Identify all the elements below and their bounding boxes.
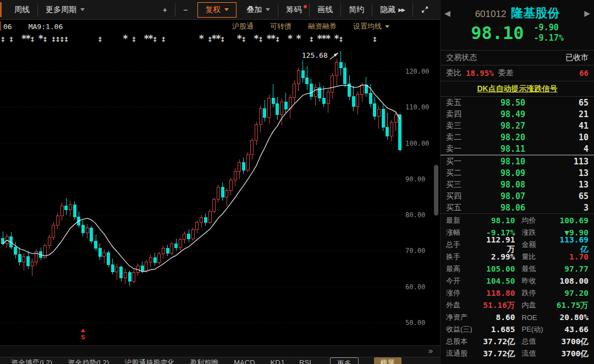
candle-body	[293, 84, 296, 97]
prev-stock-button[interactable]: ◀	[444, 9, 450, 18]
indicator-tab-0[interactable]: 资金博弈(L2)	[11, 357, 52, 364]
candle-body	[179, 240, 182, 248]
kline-canvas[interactable]: 120.00110.00100.0090.0080.0070.0060.0050…	[0, 33, 440, 345]
stat-label: 最新	[446, 216, 479, 225]
scroll-right-button[interactable]: »	[428, 346, 431, 355]
chart-pane: 周线 更多周期 + − 复权 叠加 筹码 画线 简约 隐藏▶▶	[0, 0, 440, 364]
event-marker-icon: ↕	[372, 36, 377, 43]
candle-body	[251, 140, 254, 155]
last-price: 98.10	[471, 23, 524, 43]
market-link-1[interactable]: 可转债	[270, 21, 292, 31]
stat-label: 最低	[522, 264, 553, 274]
chart-scroll-strip[interactable]: »	[0, 345, 440, 357]
candle-body	[314, 87, 317, 96]
candle-body	[327, 92, 329, 104]
candle-body	[166, 248, 169, 253]
overlay-dropdown[interactable]: 叠加	[239, 2, 278, 18]
chevron-down-icon	[385, 25, 389, 28]
stat-row: 外盘51.16万内盘61.75万	[441, 299, 594, 311]
order-qty: 65	[554, 98, 588, 108]
candle-body	[339, 62, 342, 68]
more-indicators-button[interactable]: 更多	[330, 357, 359, 364]
order-qty: 3	[554, 203, 588, 213]
stat-label: 涨跌	[522, 228, 553, 238]
indicator-tab-1[interactable]: 资金趋势(L2)	[68, 357, 109, 364]
order-level-label: 卖四	[446, 109, 471, 119]
fullscreen-button[interactable]	[413, 2, 437, 18]
stat-value: 2.99%	[479, 252, 515, 261]
high-price-annotation: 125.68	[302, 51, 328, 59]
event-marker-icon: ↕	[161, 36, 166, 43]
zoom-in-button[interactable]: +	[155, 2, 175, 18]
stat-value: 43.66	[553, 325, 589, 334]
plus-icon: +	[163, 5, 167, 14]
candle-body	[246, 155, 249, 170]
order-price: 98.08	[471, 180, 554, 190]
indicator-tab-3[interactable]: 盈利前瞻	[190, 357, 218, 364]
chips-button[interactable]: 筹码	[278, 2, 309, 18]
stat-row: 总股本37.72亿总值3700亿	[441, 335, 594, 348]
candle-body	[27, 256, 30, 266]
price-box: 98.10 -9.90 -9.17%	[441, 23, 594, 43]
candle-body	[124, 273, 127, 278]
candle-body	[399, 114, 402, 150]
period-tab-weekly[interactable]: 周线	[7, 2, 37, 18]
draw-line-button[interactable]: 画线	[310, 2, 340, 18]
indicator-tab-6[interactable]: RSI	[299, 357, 311, 364]
stat-row: 总手112.91万金额113.69亿	[441, 239, 594, 251]
sell-order-book: 卖五98.5065卖四98.4921卖三98.2741卖二98.2010卖一98…	[441, 97, 594, 155]
y-axis-label: 120.00	[405, 68, 429, 75]
candle-body	[238, 163, 241, 172]
order-level-label: 卖五	[446, 98, 471, 108]
dk-signal-link[interactable]: DK点自动提示涨跌信号	[477, 84, 557, 94]
candle-body	[116, 267, 118, 272]
order-price: 98.06	[471, 203, 554, 213]
candle-body	[229, 180, 232, 191]
zoom-out-button[interactable]: −	[175, 2, 195, 18]
stat-label: 最高	[446, 264, 479, 274]
market-link-2[interactable]: 融资融券	[308, 21, 337, 31]
buy-order-book: 买一98.10113买二98.0913买三98.0813买四98.0765买五9…	[441, 155, 594, 213]
y-axis-label: 50.00	[405, 319, 425, 327]
indicator-tab-2[interactable]: 沪股通持股变化	[124, 357, 174, 364]
order-level-label: 买四	[446, 191, 471, 201]
candle-body	[221, 187, 224, 197]
landscape-button[interactable]: 横屏	[374, 357, 402, 364]
order-level-label: 买二	[446, 168, 471, 178]
ma-readout-cut: 06	[3, 23, 12, 31]
stat-value: 113.69亿	[553, 235, 589, 255]
event-marker-icon: ↕	[274, 36, 280, 43]
fuquan-dropdown[interactable]: 复权	[197, 2, 237, 18]
candle-body	[69, 205, 72, 209]
chevron-down-icon	[266, 8, 270, 11]
market-link-0[interactable]: 沪股通	[232, 21, 254, 31]
indicator-tab-4[interactable]: MACD	[234, 357, 255, 364]
vertical-scrollbar-thumb[interactable]	[434, 165, 438, 216]
candle-body	[386, 127, 389, 136]
simple-mode-button[interactable]: 简约	[341, 2, 372, 18]
stat-label: 总值	[522, 337, 553, 346]
event-marker-icon: ↕	[30, 36, 35, 43]
order-level-label: 卖二	[446, 133, 471, 142]
candle-body	[310, 84, 312, 97]
candle-body	[204, 217, 207, 222]
candle-body	[217, 187, 219, 199]
stat-value: 8.60	[479, 313, 515, 322]
chips-label: 筹码	[286, 5, 301, 15]
quote-panel: ◀ ▶ 601012 隆基股份 98.10 -9.90 -9.17% 交易状态 …	[440, 0, 594, 364]
stat-value: 97.77	[553, 264, 589, 273]
more-periods-label: 更多周期	[46, 5, 76, 15]
candle-body	[242, 163, 245, 170]
next-stock-button[interactable]: ▶	[584, 9, 590, 18]
stat-row: 收益(三)1.685PE(动)43.66	[441, 323, 594, 335]
candle-body	[377, 109, 380, 117]
order-qty: 13	[554, 180, 588, 190]
more-periods-dropdown[interactable]: 更多周期	[38, 2, 92, 18]
market-link-3[interactable]: 设置均线	[353, 21, 389, 31]
minus-icon: −	[183, 5, 188, 14]
y-axis-label: 110.00	[405, 103, 429, 111]
kline-chart-area[interactable]: 120.00110.00100.0090.0080.0070.0060.0050…	[0, 33, 440, 345]
indicator-tab-5[interactable]: KDJ	[271, 357, 284, 364]
chart-toolbar: 周线 更多周期 + − 复权 叠加 筹码 画线 简约 隐藏▶▶	[0, 0, 440, 20]
hide-panel-button[interactable]: 隐藏▶▶	[372, 2, 413, 18]
